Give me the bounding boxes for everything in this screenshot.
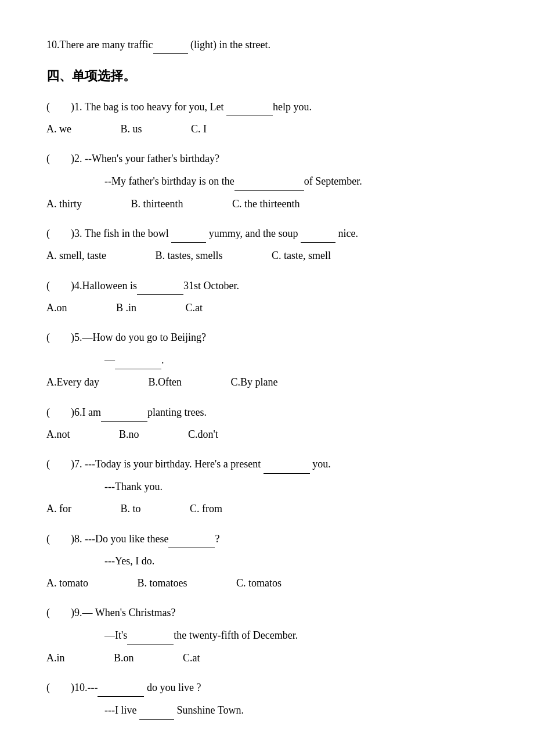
question-1: ( )1. The bag is too heavy for you, Let …	[46, 97, 488, 139]
page-container: 10.There are many traffic (light) in the…	[46, 35, 488, 720]
q7-blank	[264, 454, 310, 473]
q9-opt-a: A.in	[46, 649, 65, 667]
q2-paren-space	[60, 153, 71, 164]
q4-paren-open: (	[46, 276, 58, 295]
q6-paren-space	[60, 406, 71, 418]
q5-line1: ( )5.—How do you go to Beijing?	[46, 328, 488, 347]
q3-suffix: nice.	[335, 228, 358, 239]
q2-line1: ( )2. --When's your father's birthday?	[46, 149, 488, 168]
q5-dash: —	[104, 354, 115, 366]
q9-text1: 9.— When's Christmas?	[74, 607, 175, 618]
q2-paren-open: (	[46, 149, 58, 168]
q3-paren-space	[60, 228, 71, 239]
q8-sub-text: ---Yes, I do.	[104, 555, 154, 567]
q4-suffix: 31st October.	[183, 280, 239, 291]
q9-sub-text: —It's	[104, 629, 127, 641]
q4-opt-b: B .in	[116, 298, 136, 317]
q7-paren-space	[60, 458, 71, 470]
q4-line: ( )4.Halloween is 31st October.	[46, 276, 488, 295]
question-6: ( )6.I am planting trees. A.not B.no C.d…	[46, 402, 488, 444]
question-5: ( )5.—How do you go to Beijing? — . A.Ev…	[46, 328, 488, 392]
q1-opt-c: C. I	[191, 120, 207, 138]
q6-line: ( )6.I am planting trees.	[46, 402, 488, 422]
q8-opt-b: B. tomatoes	[138, 574, 187, 592]
pre-q10-text: 10.There are many traffic	[46, 39, 153, 51]
q8-sub-line: ---Yes, I do.	[46, 552, 488, 570]
question-9: ( )9.— When's Christmas? —It's the twent…	[46, 603, 488, 667]
question-2: ( )2. --When's your father's birthday? -…	[46, 149, 488, 213]
q1-paren-space	[60, 101, 71, 113]
question-4: ( )4.Halloween is 31st October. A.on B .…	[46, 276, 488, 318]
q6-text: 6.I am	[74, 406, 101, 418]
q6-opt-c: C.don't	[188, 425, 218, 444]
q2-opt-b: B. thirteenth	[131, 195, 183, 213]
q3-paren-open: (	[46, 224, 58, 243]
q8-suffix: ?	[215, 533, 219, 545]
q9-options: A.in B.on C.at	[46, 649, 488, 667]
q3-blank1	[171, 224, 206, 243]
q2-sub-suffix: of September.	[304, 175, 362, 187]
q6-blank	[101, 402, 147, 422]
q10-paren-open: (	[46, 678, 58, 697]
q7-options: A. for B. to C. from	[46, 499, 488, 518]
section-title: 四、单项选择。	[46, 64, 488, 88]
q5-options: A.Every day B.Often C.By plane	[46, 373, 488, 391]
q9-line1: ( )9.— When's Christmas?	[46, 603, 488, 622]
q3-opt-b: B. tastes, smells	[155, 246, 222, 265]
q3-blank2	[301, 224, 335, 243]
q7-suffix: you.	[310, 458, 331, 470]
q4-paren-space	[60, 280, 71, 291]
q4-text: 4.Halloween is	[74, 280, 137, 291]
q9-paren-open: (	[46, 603, 58, 622]
q9-opt-b: B.on	[114, 649, 134, 667]
q6-opt-a: A.not	[46, 425, 70, 444]
q4-opt-a: A.on	[46, 298, 67, 317]
q9-sub-line: —It's the twenty-fifth of December.	[46, 625, 488, 645]
q1-opt-a: A. we	[46, 120, 71, 138]
q8-paren-space	[60, 533, 71, 545]
q9-opt-c: C.at	[183, 649, 200, 667]
q3-text1: 3. The fish in the bowl	[74, 228, 171, 239]
q8-opt-c: C. tomatos	[236, 574, 282, 592]
q10-sub-line: ---I live Sunshine Town.	[46, 700, 488, 719]
pre-q10-suffix: (light) in the street.	[188, 39, 270, 51]
q2-options: A. thirty B. thirteenth C. the thirteent…	[46, 195, 488, 213]
q4-opt-c: C.at	[186, 298, 203, 317]
q6-paren-open: (	[46, 403, 58, 422]
q8-blank	[168, 529, 215, 548]
q2-opt-a: A. thirty	[46, 195, 82, 213]
question-7: ( )7. ---Today is your birthday. Here's …	[46, 454, 488, 518]
q1-opt-b: B. us	[121, 120, 142, 138]
q5-text1: 5.—How do you go to Beijing?	[74, 332, 206, 343]
q3-options: A. smell, taste B. tastes, smells C. tas…	[46, 246, 488, 265]
q2-sub-line: --My father's birthday is on the of Sept…	[46, 171, 488, 190]
q7-opt-b: B. to	[121, 499, 141, 518]
q5-sub-suffix: .	[161, 354, 164, 366]
q10-sub-suffix: Sunshine Town.	[174, 704, 244, 716]
q7-opt-c: C. from	[190, 499, 222, 518]
q3-mid: yummy, and the soup	[206, 228, 301, 239]
q1-line: ( )1. The bag is too heavy for you, Let …	[46, 97, 488, 116]
q5-opt-c: C.By plane	[230, 373, 277, 391]
q2-sub-text: --My father's birthday is on the	[104, 175, 234, 187]
pre-section-q10: 10.There are many traffic (light) in the…	[46, 35, 488, 54]
q8-opt-a: A. tomato	[46, 574, 88, 592]
q2-blank	[234, 171, 304, 190]
q10-paren-space	[60, 682, 71, 693]
q10-text1: 10.---	[74, 682, 98, 693]
q10-suffix: do you live ?	[144, 682, 201, 693]
q8-paren-open: (	[46, 530, 58, 548]
question-3: ( )3. The fish in the bowl yummy, and th…	[46, 224, 488, 265]
q8-line1: ( )8. ---Do you like these ?	[46, 529, 488, 548]
q4-blank	[137, 276, 183, 295]
q7-sub-text: ---Thank you.	[104, 481, 163, 492]
q1-suffix: help you.	[273, 101, 312, 113]
q5-opt-b: B.Often	[148, 373, 182, 391]
q7-text1: 7. ---Today is your birthday. Here's a p…	[74, 458, 264, 470]
q10-line1: ( )10.--- do you live ?	[46, 678, 488, 697]
q4-options: A.on B .in C.at	[46, 298, 488, 317]
q10-blank1	[98, 678, 144, 697]
q9-sub-suffix: the twenty-fifth of December.	[174, 629, 298, 641]
q7-sub-line: ---Thank you.	[46, 477, 488, 496]
q7-paren-open: (	[46, 455, 58, 473]
